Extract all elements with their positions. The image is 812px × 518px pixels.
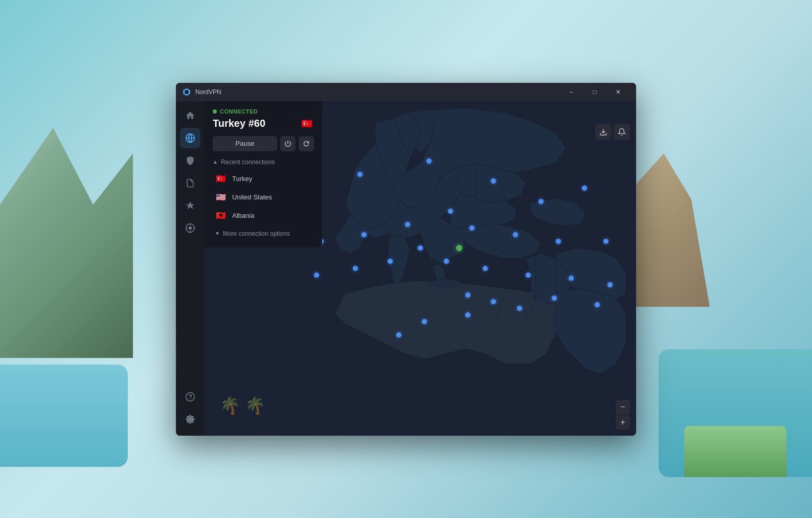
map-dot[interactable] <box>418 245 423 251</box>
main-content: CONNECTED Turkey #60 🇹🇷 Pause <box>176 101 636 436</box>
connected-status: CONNECTED <box>220 108 258 115</box>
sidebar-item-darkweb[interactable] <box>180 218 200 238</box>
close-button[interactable]: ✕ <box>606 83 630 101</box>
palm-decoration: 🌴 🌴 <box>220 396 265 415</box>
turkey-label: Turkey <box>232 175 252 183</box>
map-dot[interactable] <box>569 276 574 281</box>
albania-label: Albania <box>232 212 254 219</box>
map-dot[interactable] <box>448 209 453 214</box>
map-dot[interactable] <box>388 259 393 264</box>
nordvpn-logo <box>182 87 191 97</box>
recent-connections-header[interactable]: ▲ Recent connections <box>213 159 314 166</box>
notifications-button[interactable] <box>614 124 630 140</box>
list-item[interactable]: 🇹🇷 Turkey <box>213 170 314 188</box>
pause-button[interactable]: Pause <box>213 136 277 151</box>
chevron-up-icon: ▲ <box>213 159 218 165</box>
us-flag-small: 🇺🇸 <box>215 191 227 204</box>
map-dot[interactable] <box>552 296 557 301</box>
map-dot[interactable] <box>396 332 401 337</box>
sidebar-item-servers[interactable] <box>180 128 200 148</box>
map-dot[interactable] <box>491 178 496 184</box>
map-area: CONNECTED Turkey #60 🇹🇷 Pause <box>205 101 636 436</box>
sidebar <box>176 101 205 436</box>
reconnect-button[interactable] <box>299 136 314 151</box>
map-dot-active[interactable] <box>456 245 462 251</box>
pause-row: Pause <box>213 136 314 151</box>
map-dot[interactable] <box>603 239 608 244</box>
more-options-label: More connection options <box>223 230 290 237</box>
map-dot[interactable] <box>465 312 470 318</box>
map-dot[interactable] <box>465 292 470 298</box>
bell-icon <box>618 128 626 136</box>
map-dot[interactable] <box>469 226 475 231</box>
server-name: Turkey #60 <box>213 118 265 129</box>
us-label: United States <box>232 193 272 201</box>
svg-point-2 <box>189 226 192 230</box>
map-dot[interactable] <box>556 239 561 244</box>
map-dot[interactable] <box>582 186 587 191</box>
turkey-flag-small: 🇹🇷 <box>215 173 227 185</box>
list-item[interactable]: 🇺🇸 United States <box>213 188 314 207</box>
map-dot[interactable] <box>526 273 531 278</box>
map-dot[interactable] <box>517 306 522 311</box>
minimize-button[interactable]: – <box>559 83 583 101</box>
albania-flag-small: 🇦🇱 <box>215 210 227 222</box>
map-dot[interactable] <box>357 172 363 177</box>
app-window: NordVPN – □ ✕ <box>176 83 636 436</box>
vpn-panel: CONNECTED Turkey #60 🇹🇷 Pause <box>205 101 322 247</box>
chevron-down-icon: ▼ <box>215 231 220 236</box>
map-dot[interactable] <box>538 199 544 204</box>
disconnect-button[interactable] <box>280 136 296 151</box>
zoom-out-button[interactable]: − <box>616 400 630 414</box>
map-dot[interactable] <box>491 299 496 304</box>
map-dot[interactable] <box>422 319 427 324</box>
map-dot[interactable] <box>513 232 518 237</box>
map-zoom-controls: − + <box>616 400 630 430</box>
refresh-icon <box>302 140 310 148</box>
bg-mountains <box>0 102 133 358</box>
download-button[interactable] <box>595 124 612 140</box>
sidebar-item-help[interactable] <box>180 387 200 407</box>
maximize-button[interactable]: □ <box>583 83 606 101</box>
recent-connections-label: Recent connections <box>221 159 275 166</box>
turkey-flag: 🇹🇷 <box>300 117 314 131</box>
connected-badge: CONNECTED <box>213 108 314 115</box>
more-options-item[interactable]: ▼ More connection options <box>213 227 314 240</box>
sidebar-item-settings[interactable] <box>180 409 200 430</box>
window-controls: – □ ✕ <box>559 83 630 101</box>
server-header: Turkey #60 🇹🇷 <box>213 117 314 131</box>
map-dot[interactable] <box>607 282 613 287</box>
top-actions <box>595 120 630 144</box>
map-dot[interactable] <box>444 259 449 264</box>
map-dot[interactable] <box>426 159 432 164</box>
power-icon <box>284 140 292 148</box>
sidebar-item-meshnet[interactable] <box>180 195 200 216</box>
list-item[interactable]: 🇦🇱 Albania <box>213 207 314 225</box>
map-dot[interactable] <box>405 222 410 227</box>
bg-water-left <box>0 365 128 467</box>
sidebar-item-home[interactable] <box>180 105 200 126</box>
map-dot[interactable] <box>314 273 319 278</box>
map-dot[interactable] <box>483 266 488 271</box>
sidebar-item-shield[interactable] <box>180 150 200 171</box>
map-dot[interactable] <box>353 266 358 271</box>
title-bar: NordVPN – □ ✕ <box>176 83 636 101</box>
map-dot[interactable] <box>595 302 600 307</box>
download-icon <box>599 128 607 136</box>
connected-dot <box>213 109 217 114</box>
map-dot[interactable] <box>362 232 367 237</box>
window-title: NordVPN <box>195 88 559 96</box>
bg-grass <box>684 426 786 477</box>
zoom-in-button[interactable]: + <box>616 415 630 430</box>
sidebar-item-logs[interactable] <box>180 173 200 193</box>
